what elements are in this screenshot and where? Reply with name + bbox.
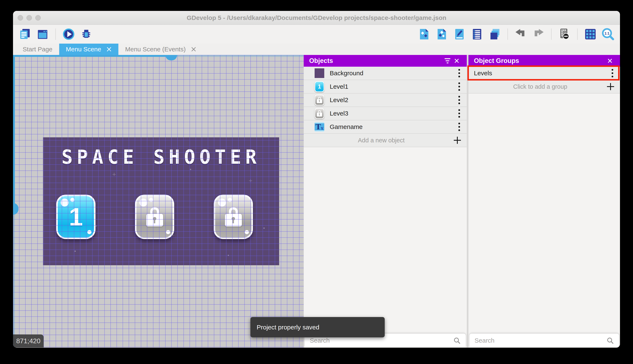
lock-icon	[317, 97, 322, 103]
gloss-highlight	[149, 198, 153, 202]
object-row-level1[interactable]: 1 Level1	[304, 80, 467, 94]
search-icon	[453, 337, 461, 344]
object-row-level3[interactable]: Level3	[304, 107, 467, 120]
group-row-levels[interactable]: Levels	[468, 67, 620, 80]
object-menu-kebab-icon[interactable]	[457, 68, 461, 79]
save-toast: Project properly saved	[250, 317, 385, 337]
add-object-label: Add a new object	[309, 137, 453, 144]
groups-search-input[interactable]	[475, 337, 606, 344]
objects-panel-title: Objects	[309, 57, 333, 64]
group-menu-kebab-icon[interactable]	[610, 68, 614, 79]
panel-divider[interactable]	[467, 55, 468, 348]
lock-icon	[225, 207, 242, 226]
horizontal-scrollbar-thumb[interactable]	[165, 55, 177, 60]
level2-button-instance[interactable]	[135, 194, 174, 239]
scene-canvas[interactable]: + + + SPACE SHOOTER 1	[13, 55, 304, 348]
objects-panel-header: Objects	[304, 55, 467, 67]
level1-button-instance[interactable]: 1	[56, 194, 96, 239]
add-group-row[interactable]: Click to add a group	[468, 80, 620, 94]
groups-search-bar	[470, 334, 619, 348]
main-toolbar: 1:1	[13, 25, 620, 44]
object-row-gamename[interactable]: Tx Gamename	[304, 120, 467, 134]
gloss-highlight	[228, 198, 232, 202]
title-bar: GDevelop 5 - /Users/dkarakay/Documents/G…	[13, 11, 620, 25]
level2-object-thumbnail	[314, 94, 324, 106]
tab-label: Menu Scene (Events)	[125, 46, 186, 53]
level3-object-thumbnail	[314, 108, 324, 119]
object-row-background[interactable]: Background	[304, 67, 467, 80]
toolbar-separator	[55, 28, 56, 40]
tab-menu-scene-events[interactable]: Menu Scene (Events)	[118, 44, 203, 55]
lock-icon	[146, 207, 163, 226]
scrollbar-track-filled	[13, 55, 15, 204]
star-decoration	[75, 250, 76, 252]
object-groups-editor-icon[interactable]	[435, 28, 448, 41]
star-decoration: +	[112, 171, 116, 178]
objects-search-input[interactable]	[310, 337, 453, 344]
cursor-coordinates-badge: 871;420	[13, 334, 44, 348]
star-decoration	[96, 226, 97, 227]
layers-panel-icon[interactable]	[488, 28, 501, 41]
object-menu-kebab-icon[interactable]	[457, 94, 461, 106]
add-object-plus-icon[interactable]	[453, 136, 461, 144]
instances-list-icon[interactable]	[471, 28, 484, 41]
object-menu-kebab-icon[interactable]	[457, 122, 461, 132]
render-mask-icon[interactable]	[558, 28, 571, 41]
text-object-thumbnail: Tx	[314, 122, 324, 132]
play-preview-icon[interactable]	[62, 28, 75, 41]
gdevelop-window: GDevelop 5 - /Users/dkarakay/Documents/G…	[13, 11, 620, 348]
properties-panel-icon[interactable]	[453, 28, 466, 41]
tab-label: Start Page	[23, 46, 53, 53]
close-panel-icon[interactable]	[605, 56, 614, 66]
toolbar-separator	[551, 28, 552, 40]
level1-object-thumbnail: 1	[314, 81, 324, 92]
star-decoration	[190, 169, 191, 170]
object-name: Background	[330, 70, 363, 77]
vertical-scrollbar-thumb[interactable]	[13, 203, 19, 215]
object-groups-panel-title: Object Groups	[474, 57, 519, 64]
level3-button-instance[interactable]	[214, 194, 253, 239]
tab-menu-scene[interactable]: Menu Scene	[59, 44, 118, 55]
grid-icon[interactable]	[584, 28, 597, 41]
object-name: Level2	[330, 96, 348, 104]
background-object-thumbnail	[314, 68, 324, 78]
toolbar-separator	[577, 28, 578, 40]
object-groups-panel: Object Groups Levels Click to add a grou…	[468, 55, 620, 348]
objects-editor-icon[interactable]	[418, 28, 431, 41]
canvas-horizontal-scrollbar[interactable]	[13, 55, 304, 57]
project-manager-icon[interactable]	[19, 28, 32, 41]
gloss-highlight	[245, 230, 249, 234]
undo-icon[interactable]	[514, 28, 527, 41]
tab-start-page[interactable]: Start Page	[16, 44, 59, 55]
filter-icon[interactable]	[443, 56, 452, 66]
zoom-reset-icon[interactable]: 1:1	[601, 28, 614, 41]
redo-icon[interactable]	[532, 28, 545, 41]
gloss-highlight	[218, 198, 226, 206]
object-menu-kebab-icon[interactable]	[457, 81, 461, 92]
toolbar-separator	[507, 28, 508, 40]
object-name: Gamename	[330, 123, 363, 130]
gloss-highlight	[87, 230, 92, 234]
tab-label: Menu Scene	[66, 46, 101, 53]
close-panel-icon[interactable]	[452, 56, 461, 66]
editor-content: + + + SPACE SHOOTER 1	[13, 55, 620, 348]
add-group-label: Click to add a group	[474, 83, 606, 90]
scene-window-icon[interactable]	[36, 28, 49, 41]
object-menu-kebab-icon[interactable]	[457, 108, 461, 119]
scrollbar-track-filled	[13, 55, 166, 57]
toolbar-right-group: 1:1	[418, 28, 614, 41]
svg-text:1:1: 1:1	[604, 32, 609, 35]
close-tab-icon[interactable]	[106, 46, 112, 52]
game-background-instance[interactable]: + + + SPACE SHOOTER 1	[43, 137, 279, 265]
add-group-plus-icon[interactable]	[606, 82, 614, 90]
add-object-row[interactable]: Add a new object	[304, 134, 467, 147]
gloss-highlight	[139, 198, 147, 206]
debug-icon[interactable]	[80, 28, 93, 41]
object-row-level2[interactable]: Level2	[304, 94, 467, 107]
close-tab-icon[interactable]	[191, 46, 196, 52]
game-title-text-instance[interactable]: SPACE SHOOTER	[43, 146, 279, 168]
canvas-vertical-scrollbar[interactable]	[13, 55, 15, 348]
window-title: GDevelop 5 - /Users/dkarakay/Documents/G…	[13, 14, 620, 22]
tab-bar: Start Page Menu Scene Menu Scene (Events…	[13, 44, 620, 55]
objects-panel: Objects Background 1 Level1	[304, 55, 467, 348]
